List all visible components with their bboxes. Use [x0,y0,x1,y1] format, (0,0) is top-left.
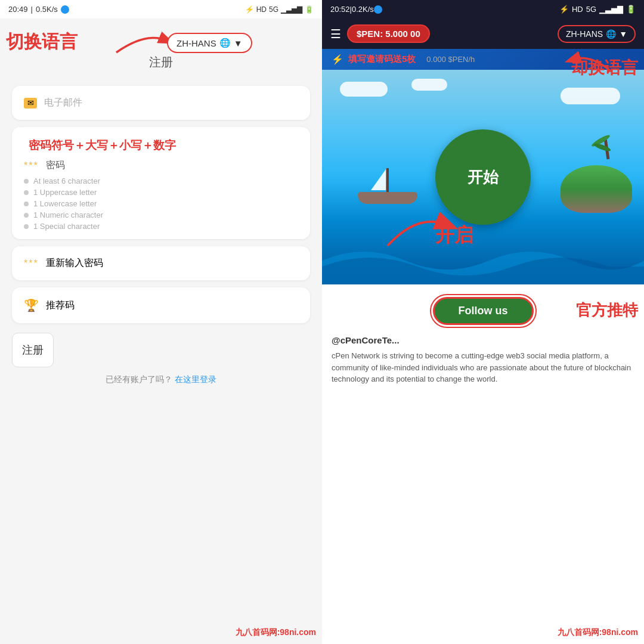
5g-icon: 5G [269,5,278,14]
email-field[interactable]: ✉ 电子邮件 [12,86,310,120]
time-right: 20:52 [330,5,350,14]
password-annotation: 密码符号＋大写＋小写＋数字 [29,138,293,153]
promo-text: 填写邀请码送5枚 [348,54,416,65]
bt-icon: ⚡ [245,5,254,14]
cloud-3 [411,79,447,91]
chevron-down-right: ▼ [619,29,627,39]
lang-selector-right[interactable]: ZH-HANS 🌐 ▼ [558,25,636,43]
follow-section: Follow us 官方推特 @cPenCoreTe... cPen Netwo… [322,284,644,644]
guanfang-label: 官方推特 [576,300,638,321]
watermark-left: 九八首码网:98ni.com [236,627,316,638]
req-text-3: 1 Lowercase letter [33,199,97,208]
password-label: 密码 [46,159,65,172]
right-panel: 20:52 | 0.2K/s ⚡ HD 5G ▁▃▅▇ 🔋 ☰ $PEN: 5.… [322,0,644,644]
battery-right: 🔋 [626,5,636,14]
left-panel: 20:49 | 0.5K/s ⚡ HD 5G ▁▃▅▇ 🔋 切换语言 ZH-HA… [0,0,322,644]
bt-icon-right: ⚡ [559,5,569,14]
req-item-5: 1 Special character [24,222,298,231]
hamburger-icon[interactable]: ☰ [330,27,341,41]
watermark-right: 九八首码网:98ni.com [558,627,638,638]
lang-arrow-right-icon [561,51,620,78]
boat-sail [371,169,386,190]
lang-selector-left[interactable]: ZH-HANS 🌐 ▼ [167,33,252,53]
status-bar-left: 20:49 | 0.5K/s ⚡ HD 5G ▁▃▅▇ 🔋 [0,0,322,18]
lang-switch-label: 切换语言 [6,30,78,54]
cloud-2 [561,88,620,104]
reenter-dots-icon: *** [24,258,39,269]
lang-code-right: ZH-HANS [566,29,603,39]
time-speed: 20:49 | 0.5K/s [8,5,69,14]
speed-left: | [31,5,33,14]
globe-icon-right: 🌐 [606,29,616,39]
lang-arrow-icon [110,29,176,58]
req-dot-5 [24,224,29,229]
status-bar-right: 20:52 | 0.2K/s ⚡ HD 5G ▁▃▅▇ 🔋 [322,0,644,18]
rate-text: 0.000 $PEN/h [426,55,475,64]
req-dot-1 [24,179,29,184]
req-item-1: At least 6 character [24,177,298,185]
reenter-password-field[interactable]: *** 重新输入密码 [12,246,310,280]
login-link-area: 已经有账户了吗？ 在这里登录 [0,374,322,385]
palm-leaf-2 [593,142,612,153]
lightning-icon: ⚡ [332,54,343,65]
referral-label: 推荐码 [46,299,75,312]
req-text-2: 1 Uppercase letter [33,188,97,197]
chevron-down-icon: ▼ [234,38,243,48]
5g-icon-right: 5G [586,5,596,14]
login-prompt-text: 已经有账户了吗？ [106,374,172,384]
password-section: 密码符号＋大写＋小写＋数字 *** 密码 At least 6 characte… [12,127,310,239]
boat-mast [386,168,389,192]
signal-icon [61,5,69,14]
req-item-4: 1 Numeric character [24,210,298,219]
mail-icon: ✉ [24,98,37,109]
req-dot-4 [24,213,29,218]
cloud-1 [340,82,388,97]
twitter-handle: @cPenCoreTe... [332,335,400,345]
lang-code-left: ZH-HANS [177,38,216,48]
battery-icon: 🔋 [305,5,314,14]
req-text-4: 1 Numeric character [33,210,103,219]
data-speed-left: 0.5K/s [36,5,58,14]
req-item-3: 1 Lowercase letter [24,199,298,208]
email-placeholder: 电子邮件 [44,97,82,109]
top-bar-right: ☰ $PEN: 5.000 00 ZH-HANS 🌐 ▼ [322,18,644,49]
reenter-label: 重新输入密码 [46,257,103,270]
right-status-icons: ⚡ HD 5G ▁▃▅▇ 🔋 [559,5,636,14]
login-link[interactable]: 在这里登录 [175,374,216,384]
right-icons-left: ⚡ HD 5G ▁▃▅▇ 🔋 [245,5,314,14]
signal-icon-right [374,5,382,14]
time-left: 20:49 [8,5,28,14]
form-container: ✉ 电子邮件 密码符号＋大写＋小写＋数字 *** 密码 At least 6 c… [0,86,322,323]
pen-balance: $PEN: 5.000 00 [347,24,430,43]
signal-bars: ▁▃▅▇ [281,5,302,14]
start-label: 开启 [435,222,473,249]
description-text: cPen Network is striving to become a cut… [332,350,634,385]
signal-bars-right: ▁▃▅▇ [599,5,623,14]
trophy-icon: 🏆 [24,298,39,312]
follow-button[interactable]: Follow us [433,297,534,325]
dots-icon: *** [24,160,39,171]
data-speed-right: 0.2K/s [352,5,374,14]
req-text-5: 1 Special character [33,222,100,231]
password-header[interactable]: *** 密码 [24,159,298,172]
globe-icon: 🌐 [219,38,231,48]
req-item-2: 1 Uppercase letter [24,188,298,197]
register-button[interactable]: 注册 [12,333,54,367]
req-dot-2 [24,190,29,195]
ocean-area: 开始 开启 [322,70,644,284]
req-text-1: At least 6 character [33,177,100,185]
hd-icon-right: HD [572,5,583,14]
req-dot-3 [24,202,29,206]
hd-icon: HD [256,5,267,14]
referral-field[interactable]: 🏆 推荐码 [12,287,310,323]
island [561,165,632,213]
requirements-list: At least 6 character 1 Uppercase letter … [24,177,298,231]
